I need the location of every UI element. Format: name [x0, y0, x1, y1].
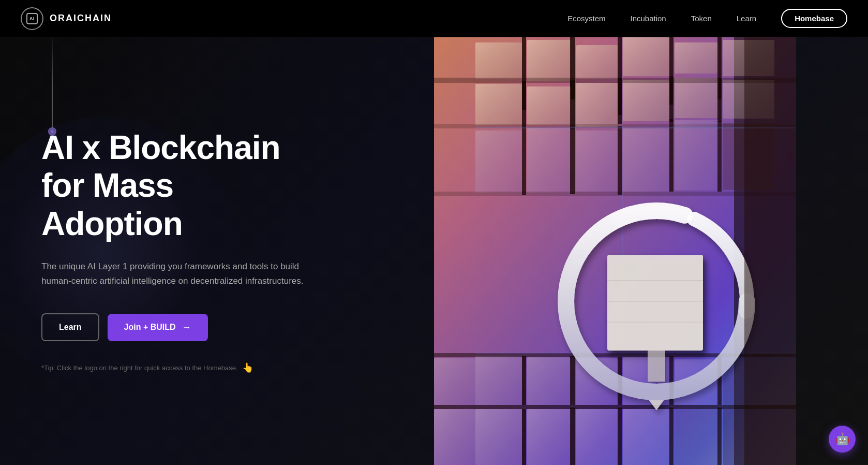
hero-right — [362, 37, 868, 465]
nav-ecosystem[interactable]: Ecosystem — [567, 14, 605, 23]
svg-rect-21 — [570, 80, 575, 129]
svg-rect-48 — [570, 408, 575, 465]
logo-ai-label: AI — [29, 16, 35, 21]
chat-icon: 🤖 — [835, 432, 849, 446]
svg-rect-3 — [475, 42, 522, 79]
chat-button[interactable]: 🤖 — [829, 426, 856, 453]
svg-rect-76 — [744, 37, 796, 465]
svg-rect-37 — [717, 121, 722, 192]
hero-buttons: Learn Join + BUILD → — [41, 313, 321, 341]
svg-rect-35 — [618, 126, 622, 195]
svg-rect-33 — [522, 128, 526, 195]
svg-rect-63 — [434, 405, 796, 409]
tip-text: *Tip: Click the logo on the right for qu… — [41, 362, 321, 373]
svg-rect-60 — [717, 408, 722, 465]
svg-rect-7 — [675, 42, 719, 74]
svg-rect-20 — [522, 81, 526, 128]
svg-rect-34 — [570, 128, 575, 194]
logo-inner-box: AI — [26, 13, 38, 24]
svg-rect-5 — [576, 45, 618, 79]
svg-rect-40 — [434, 409, 475, 465]
svg-rect-31 — [675, 120, 719, 190]
nav-token[interactable]: Token — [691, 14, 712, 23]
svg-rect-50 — [576, 409, 618, 465]
blockchain-visual — [434, 37, 796, 465]
svg-rect-18 — [675, 78, 719, 118]
deco-line — [52, 32, 53, 136]
arrow-icon: → — [182, 322, 191, 333]
svg-rect-24 — [717, 78, 722, 122]
pointer-icon: 👆 — [242, 362, 253, 373]
navbar: AI ORAICHAIN Ecosystem Incubation Token … — [0, 0, 868, 37]
svg-rect-52 — [618, 408, 622, 465]
svg-rect-30 — [623, 128, 669, 192]
logo[interactable]: AI ORAICHAIN — [21, 7, 112, 30]
svg-rect-47 — [570, 356, 575, 405]
svg-rect-56 — [669, 408, 674, 465]
svg-rect-14 — [475, 84, 522, 125]
svg-rect-39 — [434, 358, 475, 405]
svg-rect-4 — [527, 40, 571, 81]
svg-rect-16 — [576, 83, 618, 127]
nav-homebase[interactable]: Homebase — [781, 9, 847, 28]
main-content: AI x Blockchain for Mass Adoption The un… — [0, 37, 868, 465]
svg-rect-29 — [576, 130, 618, 192]
svg-rect-38 — [434, 192, 796, 196]
logo-name: ORAICHAIN — [50, 13, 112, 24]
join-build-button[interactable]: Join + BUILD → — [108, 314, 208, 341]
svg-rect-64 — [434, 353, 796, 357]
svg-rect-42 — [475, 409, 522, 465]
svg-rect-58 — [675, 409, 719, 465]
svg-rect-17 — [623, 80, 669, 121]
hero-left: AI x Blockchain for Mass Adoption The un… — [0, 37, 362, 465]
svg-rect-41 — [475, 356, 522, 405]
hero-title: AI x Blockchain for Mass Adoption — [41, 129, 321, 243]
nav-incubation[interactable]: Incubation — [630, 14, 666, 23]
svg-rect-46 — [527, 409, 571, 465]
svg-rect-25 — [434, 78, 796, 83]
svg-rect-28 — [527, 128, 571, 193]
hero-description: The unique AI Layer 1 providing you fram… — [41, 259, 321, 288]
nav-learn[interactable]: Learn — [737, 14, 756, 23]
svg-rect-43 — [522, 356, 526, 405]
svg-rect-44 — [522, 409, 526, 465]
svg-rect-45 — [527, 357, 571, 405]
svg-rect-6 — [623, 37, 669, 76]
nav-links: Ecosystem Incubation Token Learn Homebas… — [567, 9, 847, 28]
svg-rect-23 — [669, 76, 674, 122]
logo-icon: AI — [21, 7, 43, 30]
svg-rect-70 — [607, 255, 703, 351]
learn-button[interactable]: Learn — [41, 313, 99, 341]
deco-dot — [48, 127, 56, 136]
svg-rect-74 — [648, 351, 665, 382]
svg-rect-36 — [669, 119, 674, 192]
svg-rect-54 — [623, 409, 669, 465]
visual-container — [362, 37, 868, 465]
svg-rect-22 — [618, 78, 622, 124]
svg-rect-27 — [475, 130, 522, 193]
svg-rect-15 — [527, 86, 571, 125]
